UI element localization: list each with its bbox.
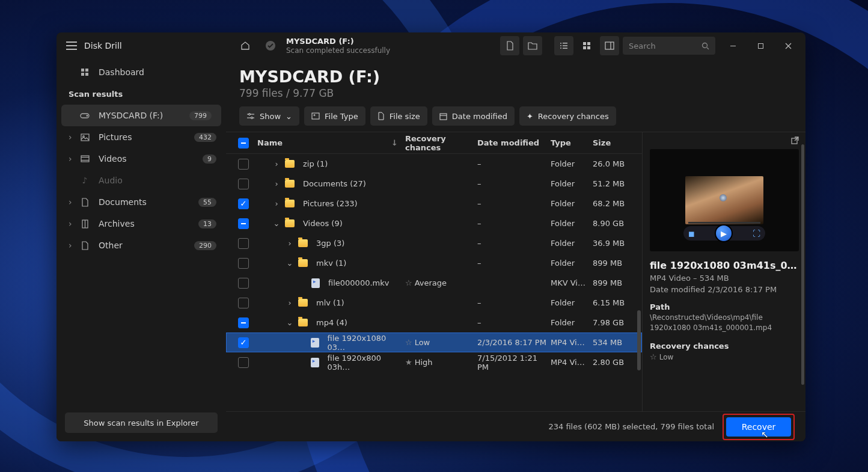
- table-row[interactable]: ✓file 1920x1080 03…☆Low2/3/2016 8:17 PMM…: [226, 333, 642, 352]
- table-header: Name↓ Recovery chances Date modified Typ…: [226, 132, 642, 154]
- row-size: 36.9 MB: [593, 239, 642, 248]
- table-row[interactable]: ⌄mp4 (4)–Folder7.98 GB: [226, 313, 642, 333]
- row-date: –: [477, 199, 551, 208]
- row-checkbox[interactable]: [238, 298, 249, 308]
- search-input[interactable]: Search: [623, 37, 715, 55]
- table-row[interactable]: ✓›Pictures (233)–Folder68.2 MB: [226, 194, 642, 213]
- column-size[interactable]: Size: [593, 138, 642, 147]
- sidebar-item-documents[interactable]: › Documents 55: [57, 191, 226, 213]
- row-checkbox[interactable]: ✓: [238, 337, 249, 348]
- sidebar-dashboard[interactable]: Dashboard: [57, 61, 226, 83]
- calendar-icon: [439, 112, 447, 120]
- sidebar-item-archives[interactable]: › Archives 13: [57, 213, 226, 234]
- minimize-button[interactable]: [719, 36, 747, 55]
- expand-toggle[interactable]: ⌄: [285, 259, 295, 268]
- column-date[interactable]: Date modified: [477, 138, 551, 147]
- table-row[interactable]: ⌄mkv (1)–Folder899 MB: [226, 253, 642, 273]
- file-icon: [377, 112, 385, 120]
- fullscreen-icon[interactable]: ⛶: [753, 229, 760, 238]
- scan-status: MYSDCARD (F:) Scan completed successfull…: [286, 37, 390, 55]
- filter-date-modified[interactable]: Date modified: [432, 106, 515, 126]
- row-type: Folder: [551, 179, 593, 188]
- table-row[interactable]: ›zip (1)–Folder26.0 MB: [226, 154, 642, 174]
- scrollbar-thumb[interactable]: [637, 310, 641, 370]
- row-checkbox[interactable]: [238, 179, 249, 189]
- file-name: mp4 (4): [316, 318, 347, 327]
- close-button[interactable]: [774, 36, 802, 55]
- sidebar-item-audio[interactable]: ♪ Audio: [57, 170, 226, 191]
- table-row[interactable]: ⌄Videos (9)–Folder8.90 GB: [226, 213, 642, 233]
- sidebar-item-other[interactable]: › Other 290: [57, 234, 226, 256]
- svg-line-14: [707, 48, 709, 49]
- view-grid-icon[interactable]: [577, 36, 596, 55]
- svg-rect-4: [563, 45, 567, 46]
- footer-bar: 234 files (602 MB) selected, 799 files t…: [226, 411, 805, 441]
- filter-recovery-chances[interactable]: ✦Recovery chances: [519, 106, 616, 126]
- view-list-icon[interactable]: [554, 36, 573, 55]
- row-checkbox[interactable]: [238, 357, 249, 368]
- view-preview-icon[interactable]: [600, 36, 619, 55]
- svg-rect-6: [563, 48, 567, 49]
- expand-toggle[interactable]: ›: [285, 298, 295, 307]
- preview-date-modified: Date modified 2/3/2016 8:17 PM: [650, 285, 798, 294]
- document-icon: [79, 198, 90, 207]
- chevron-down-icon: ⌄: [286, 112, 292, 121]
- folder-icon: [285, 200, 295, 207]
- hamburger-icon[interactable]: [66, 41, 77, 50]
- file-name: mlv (1): [316, 298, 344, 307]
- sidebar-item-pictures[interactable]: › Pictures 432: [57, 126, 226, 148]
- svg-rect-19: [81, 69, 84, 72]
- filter-show[interactable]: Show⌄: [239, 106, 299, 126]
- svg-rect-22: [85, 73, 88, 76]
- column-type[interactable]: Type: [551, 138, 593, 147]
- svg-rect-10: [587, 46, 590, 49]
- preview-scrollbar[interactable]: [801, 144, 804, 385]
- folder-icon[interactable]: [523, 36, 542, 55]
- video-file-icon: [311, 338, 319, 348]
- file-icon[interactable]: [500, 36, 519, 55]
- row-checkbox[interactable]: [238, 278, 249, 289]
- column-recovery[interactable]: Recovery chances: [405, 134, 477, 152]
- row-size: 534 MB: [593, 338, 642, 347]
- sidebar-item-videos[interactable]: › Videos 9: [57, 148, 226, 170]
- row-checkbox[interactable]: [238, 317, 249, 328]
- svg-point-34: [249, 114, 251, 115]
- sidebar-heading-scan-results: Scan results: [57, 83, 226, 105]
- table-row[interactable]: ›mlv (1)–Folder6.15 MB: [226, 293, 642, 313]
- popout-icon[interactable]: [790, 136, 799, 145]
- row-checkbox[interactable]: [238, 218, 249, 229]
- row-type: Folder: [551, 219, 593, 228]
- expand-toggle[interactable]: ›: [272, 199, 281, 208]
- table-row[interactable]: file000000.mkv☆AverageMKV Vi…899 MB: [226, 273, 642, 293]
- expand-toggle[interactable]: ›: [285, 239, 295, 248]
- row-checkbox[interactable]: [238, 159, 249, 170]
- recover-button[interactable]: Recover ↖: [726, 417, 791, 437]
- table-row[interactable]: ›3gp (3)–Folder36.9 MB: [226, 233, 642, 253]
- row-checkbox[interactable]: [238, 238, 249, 249]
- select-all-checkbox[interactable]: [238, 138, 249, 149]
- row-checkbox[interactable]: [238, 258, 249, 269]
- sidebar-item-drive[interactable]: MYSDCARD (F:) 799: [61, 105, 221, 126]
- file-name: mkv (1): [316, 259, 346, 268]
- table-row[interactable]: ›Documents (27)–Folder51.2 MB: [226, 174, 642, 194]
- row-checkbox[interactable]: ✓: [238, 198, 249, 209]
- show-in-explorer-button[interactable]: Show scan results in Explorer: [65, 412, 218, 433]
- stop-icon[interactable]: ◼: [688, 229, 695, 238]
- folder-icon: [298, 319, 308, 326]
- play-button[interactable]: ▶: [715, 224, 733, 242]
- maximize-button[interactable]: [747, 36, 774, 55]
- filter-file-size[interactable]: File size: [370, 106, 427, 126]
- row-date: –: [477, 179, 551, 188]
- filter-file-type[interactable]: File Type: [304, 106, 365, 126]
- folder-icon: [285, 160, 295, 168]
- table-row[interactable]: file 1920x800 03h…★High7/15/2012 1:21 PM…: [226, 352, 642, 372]
- column-name[interactable]: Name: [257, 138, 283, 147]
- video-icon: [79, 155, 90, 162]
- home-icon[interactable]: [236, 36, 255, 55]
- svg-rect-36: [312, 113, 319, 119]
- expand-toggle[interactable]: ⌄: [285, 318, 295, 327]
- expand-toggle[interactable]: ⌄: [272, 219, 281, 228]
- sliders-icon: [246, 112, 255, 120]
- expand-toggle[interactable]: ›: [272, 159, 281, 168]
- expand-toggle[interactable]: ›: [272, 179, 281, 188]
